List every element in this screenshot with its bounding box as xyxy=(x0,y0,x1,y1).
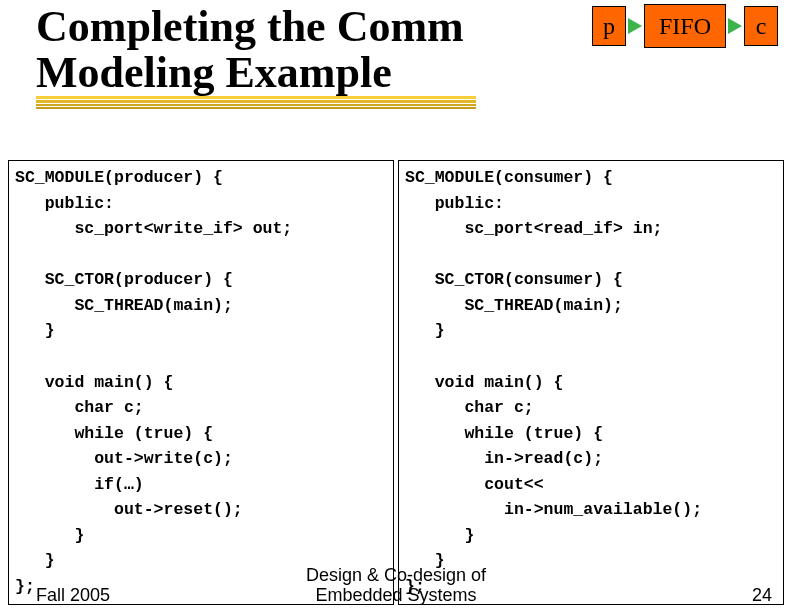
title-line-2: Modeling Example xyxy=(36,50,772,96)
arrow-icon xyxy=(728,18,742,34)
fifo-box: FIFO xyxy=(644,4,726,48)
title-underline xyxy=(36,96,476,110)
producer-box: p xyxy=(592,6,626,46)
consumer-code: SC_MODULE(consumer) { public: sc_port<re… xyxy=(398,160,784,605)
fifo-diagram: p FIFO c xyxy=(592,4,778,48)
footer-center-line-1: Design & Co-design of xyxy=(0,565,792,586)
consumer-box: c xyxy=(744,6,778,46)
footer-center: Design & Co-design of Embedded Systems xyxy=(0,565,792,606)
footer-center-line-2: Embedded Systems xyxy=(0,585,792,606)
producer-code: SC_MODULE(producer) { public: sc_port<wr… xyxy=(8,160,394,605)
code-columns: SC_MODULE(producer) { public: sc_port<wr… xyxy=(8,160,784,605)
slide-number: 24 xyxy=(752,585,772,606)
arrow-icon xyxy=(628,18,642,34)
